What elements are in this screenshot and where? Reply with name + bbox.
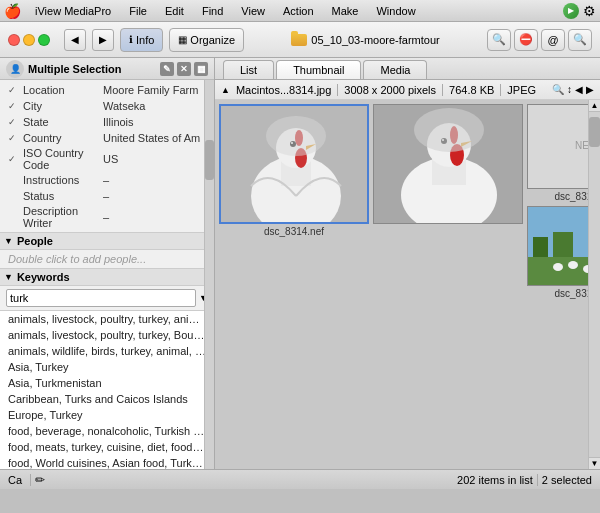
image-info-icons: 🔍 ↕ ◀ ▶ xyxy=(552,84,594,95)
info-divider2 xyxy=(442,84,443,96)
people-placeholder[interactable]: Double click to add people... xyxy=(0,250,214,268)
zoom-in-icon[interactable]: 🔍 xyxy=(552,84,564,95)
menubar-window[interactable]: Window xyxy=(368,3,423,19)
thumb-label-1: dsc_8314.nef xyxy=(264,226,324,237)
scroll-down[interactable]: ▼ xyxy=(589,457,600,469)
tab-bar: List Thumbnail Media xyxy=(215,58,600,80)
check-city: ✓ xyxy=(8,101,20,111)
tab-thumbnail[interactable]: Thumbnail xyxy=(276,60,361,79)
thumb-item-1[interactable]: dsc_8314.nef xyxy=(219,104,369,237)
keyword-item[interactable]: Asia, Turkey xyxy=(0,359,214,375)
label-state: State xyxy=(23,116,103,128)
keyword-item[interactable]: food, beverage, nonalcoholic, Turkish co… xyxy=(0,423,214,439)
thumb-item-nef[interactable]: NEF dsc_8314.nef xyxy=(527,104,588,202)
blank-nef-svg: NEF xyxy=(528,104,588,189)
right-scrollbar[interactable]: ▲ ▼ xyxy=(588,100,600,469)
menubar-view[interactable]: View xyxy=(233,3,273,19)
zoom-button[interactable]: 🔍 xyxy=(568,29,592,51)
svg-rect-25 xyxy=(553,232,573,257)
organize-button[interactable]: ▦ Organize xyxy=(169,28,244,52)
scroll-thumb-right[interactable] xyxy=(589,117,600,147)
image-info-bar: ▲ Macintos...8314.jpg 3008 x 2000 pixels… xyxy=(215,80,600,100)
window-title: 05_10_03-moore-farmtour xyxy=(250,34,481,46)
value-desc-writer: – xyxy=(103,211,210,223)
keyword-item[interactable]: animals, livestock, poultry, turkey, ani… xyxy=(0,311,214,327)
people-section-header[interactable]: ▼ People xyxy=(0,232,214,250)
keyword-item[interactable]: food, meats, turkey, cuisine, diet, food… xyxy=(0,439,214,455)
label-iso: ISO Country Code xyxy=(23,147,103,171)
scroll-thumb[interactable] xyxy=(205,140,214,180)
keywords-input[interactable] xyxy=(6,289,196,307)
keywords-section-label: Keywords xyxy=(17,271,70,283)
tab-list[interactable]: List xyxy=(223,60,274,79)
menubar-make[interactable]: Make xyxy=(324,3,367,19)
thumb-item-2[interactable] xyxy=(373,104,523,226)
menubar-edit[interactable]: Edit xyxy=(157,3,192,19)
svg-point-19 xyxy=(414,108,484,152)
scroll-up[interactable]: ▲ xyxy=(589,100,600,112)
items-count: 202 items in list xyxy=(457,474,533,486)
menubar-file[interactable]: File xyxy=(121,3,155,19)
keyword-item[interactable]: Asia, Turkmenistan xyxy=(0,375,214,391)
maximize-button[interactable] xyxy=(38,34,50,46)
keyword-item[interactable]: animals, livestock, poultry, turkey, Bou… xyxy=(0,327,214,343)
status-divider-2 xyxy=(537,474,538,486)
meta-row-city: ✓ City Watseka xyxy=(0,98,214,114)
panel-header: 👤 Multiple Selection ✎ ✕ ▦ xyxy=(0,58,214,80)
label-instructions: Instructions xyxy=(23,174,103,186)
edit-icon[interactable]: ✎ xyxy=(160,62,174,76)
thumb-item-farm[interactable]: dsc_8315.nef xyxy=(527,206,588,299)
svg-rect-23 xyxy=(528,257,588,286)
grid-icon[interactable]: ▦ xyxy=(194,62,208,76)
farm-svg xyxy=(528,207,588,286)
back-button[interactable]: ◀ xyxy=(64,29,86,51)
keyword-item[interactable]: animals, wildlife, birds, turkey, animal… xyxy=(0,343,214,359)
value-instructions: – xyxy=(103,174,210,186)
toolbar: ◀ ▶ ℹ Info ▦ Organize 05_10_03-moore-far… xyxy=(0,22,600,58)
value-status: – xyxy=(103,190,210,202)
share-button[interactable]: ⛔ xyxy=(514,29,538,51)
forward-button[interactable]: ▶ xyxy=(92,29,114,51)
minimize-button[interactable] xyxy=(23,34,35,46)
next-icon[interactable]: ▶ xyxy=(586,84,594,95)
play-icon[interactable]: ▶ xyxy=(563,3,579,19)
prev-icon[interactable]: ◀ xyxy=(575,84,583,95)
close-button[interactable] xyxy=(8,34,20,46)
image-format: JPEG xyxy=(507,84,536,96)
zoom-out-icon[interactable]: ↕ xyxy=(567,84,572,95)
keywords-section-header[interactable]: ▼ Keywords xyxy=(0,268,214,286)
value-state: Illinois xyxy=(103,116,210,128)
label-location: Location xyxy=(23,84,103,96)
right-panel: List Thumbnail Media ▲ Macintos...8314.j… xyxy=(215,58,600,469)
label-desc-writer: Description Writer xyxy=(23,205,103,229)
meta-row-iso: ✓ ISO Country Code US xyxy=(0,146,214,172)
thumb-image-nef: NEF xyxy=(527,104,588,189)
keyword-item[interactable]: Caribbean, Turks and Caicos Islands xyxy=(0,391,214,407)
check-location: ✓ xyxy=(8,85,20,95)
svg-point-28 xyxy=(553,263,563,271)
panel-icon-small: 👤 xyxy=(6,60,24,78)
gear-icon[interactable]: ⚙ xyxy=(583,3,596,19)
left-panel-scrollbar[interactable] xyxy=(204,80,214,469)
thumb-col-right: NEF dsc_8314.nef xyxy=(527,104,588,299)
keyword-item[interactable]: food, World cuisines, Asian food, Turkme… xyxy=(0,455,214,469)
tab-media[interactable]: Media xyxy=(363,60,427,79)
thumb-label-farm: dsc_8315.nef xyxy=(554,288,588,299)
info-button[interactable]: ℹ Info xyxy=(120,28,163,52)
menubar-find[interactable]: Find xyxy=(194,3,231,19)
search-button[interactable]: 🔍 xyxy=(487,29,511,51)
menubar-app-name[interactable]: iView MediaPro xyxy=(27,3,119,19)
svg-text:NEF: NEF xyxy=(575,140,588,151)
keyword-item[interactable]: Europe, Turkey xyxy=(0,407,214,423)
metadata-list: ✓ Location Moore Family Farm ✓ City Wats… xyxy=(0,80,214,232)
email-button[interactable]: @ xyxy=(541,29,565,51)
value-country: United States of Am xyxy=(103,132,210,144)
check-iso: ✓ xyxy=(8,154,20,164)
image-size: 764.8 KB xyxy=(449,84,494,96)
close-icon[interactable]: ✕ xyxy=(177,62,191,76)
sort-icon: ▲ xyxy=(221,85,230,95)
menubar-action[interactable]: Action xyxy=(275,3,322,19)
pencil-icon: ✏ xyxy=(35,473,45,487)
scroll-track[interactable] xyxy=(589,112,600,457)
apple-icon[interactable]: 🍎 xyxy=(4,3,21,19)
